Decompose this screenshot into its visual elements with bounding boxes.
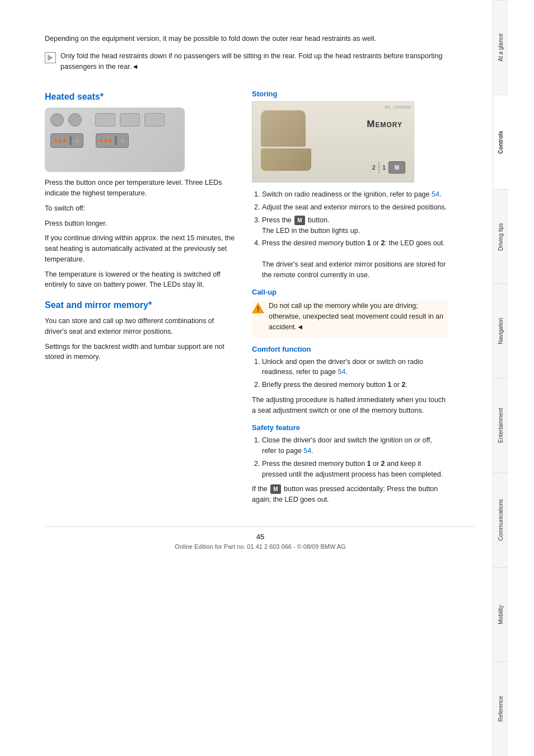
heated-seats-title: Heated seats* <box>45 92 235 102</box>
svg-text:!: ! <box>257 305 259 313</box>
safety-m-button-inline: M <box>270 484 280 494</box>
heated-seats-body3: If you continue driving within approx. t… <box>45 233 235 264</box>
seat-memory-body1: You can store and call up two different … <box>45 316 235 337</box>
footer-text: Online Edition for Part no. 01 41 2 603 … <box>45 543 476 550</box>
sidebar-tab-communications[interactable]: Communications <box>493 473 508 567</box>
sidebar-tab-driving-tips[interactable]: Driving tips <box>493 189 508 284</box>
sidebar-tab-mobility[interactable]: Mobility <box>493 567 508 662</box>
storing-step-1: Switch on radio readiness or the ignitio… <box>262 189 448 200</box>
btn-2-label: 2 <box>381 239 385 247</box>
notice-box: Only fold the head restraints down if no… <box>45 51 476 77</box>
callup-warning-box: ! Do not call up the memory while you ar… <box>252 301 448 337</box>
btn-1-label: 1 <box>367 239 371 247</box>
memory-buttons: 2 1 M <box>372 161 405 174</box>
round-btn-1 <box>50 113 64 127</box>
page-footer: 45 Online Edition for Part no. 01 41 2 6… <box>45 526 476 550</box>
callup-warning-text: Do not call up the memory while you are … <box>269 301 448 332</box>
led-5 <box>104 139 107 142</box>
led-1 <box>54 139 57 142</box>
seat-back-shape <box>261 110 311 172</box>
comfort-btn-2: 2 <box>401 381 405 389</box>
two-column-layout: Heated seats* ♨ <box>45 82 476 510</box>
comfort-function-note: The adjusting procedure is halted immedi… <box>252 395 448 416</box>
storing-steps: Switch on radio readiness or the ignitio… <box>252 189 448 280</box>
storing-step-3: Press the M button.The LED in the button… <box>262 215 448 236</box>
storing-step-3-sub: The LED in the button lights up. <box>262 227 360 235</box>
image-code: BC_0395548 <box>385 105 411 110</box>
heat-level-right: ♨ <box>96 133 129 148</box>
divider <box>378 162 380 173</box>
rect-btn-1 <box>95 113 115 127</box>
play-notice-icon <box>45 52 56 63</box>
safety-feature-steps: Close the driver's door and switch the i… <box>252 435 448 479</box>
round-btn-2 <box>68 113 82 127</box>
panel-bottom-row: ♨ ♨ <box>50 133 179 148</box>
sidebar-tab-controls[interactable]: Controls <box>493 95 508 189</box>
intro-text: Depending on the equipment version, it m… <box>45 34 476 44</box>
sidebar-tab-at-a-glance[interactable]: At a glance <box>493 0 508 95</box>
led-4 <box>100 139 102 142</box>
heated-seats-body2: Press button longer. <box>45 218 235 229</box>
play-icon <box>48 54 53 61</box>
heat-level-left: ♨ <box>50 133 83 148</box>
memory-text-label: Memory <box>367 119 402 130</box>
heated-seats-image: ♨ ♨ <box>45 108 185 172</box>
seat-memory-body2: Settings for the backrest width and lumb… <box>45 342 235 363</box>
safety-feature-title: Safety feature <box>252 423 448 432</box>
comfort-function-title: Comfort function <box>252 345 448 353</box>
safety-step-2: Press the desired memory button 1 or 2 a… <box>262 459 448 480</box>
warning-triangle-icon: ! <box>252 302 264 314</box>
left-column: Heated seats* ♨ <box>45 82 235 510</box>
storing-title: Storing <box>252 90 448 98</box>
storing-step-4-sub: The driver's seat and exterior mirror po… <box>262 260 446 279</box>
comfort-function-steps: Unlock and open the driver's door or swi… <box>252 357 448 390</box>
sidebar-tab-reference[interactable]: Reference <box>493 661 508 756</box>
safety-step-1: Close the driver's door and switch the i… <box>262 435 448 456</box>
rect-btn-3 <box>144 113 165 127</box>
memory-diagram-image: Memory 2 1 M BC_0395548 <box>252 101 414 183</box>
sidebar-tab-navigation[interactable]: Navigation <box>493 283 508 378</box>
heated-seats-to-switch-off: To switch off: <box>45 203 235 214</box>
m-button-image: M <box>388 161 405 174</box>
comfort-btn-1: 1 <box>387 381 391 389</box>
storing-link-1[interactable]: 54 <box>432 190 439 198</box>
main-content: Depending on the equipment version, it m… <box>0 0 493 756</box>
notice-text: Only fold the head restraints down if no… <box>60 51 476 72</box>
sidebar: At a glance Controls Driving tips Naviga… <box>493 0 508 756</box>
comfort-link-1[interactable]: 54 <box>338 368 346 376</box>
right-column: Storing Memory 2 1 M BC_0395548 <box>252 82 448 510</box>
led-6 <box>109 139 111 142</box>
panel-top-row <box>50 113 179 127</box>
rect-btn-2 <box>120 113 140 127</box>
heated-seats-body4: The temperature is lowered or the heatin… <box>45 269 235 291</box>
safety-btn-1: 1 <box>367 460 371 468</box>
safety-feature-note: If the M button was pressed accidentally… <box>252 484 448 505</box>
heated-seats-body1: Press the button once per temperature le… <box>45 178 235 199</box>
safety-btn-2: 2 <box>381 460 385 468</box>
storing-step-4: Press the desired memory button 1 or 2: … <box>262 238 448 280</box>
comfort-step-1: Unlock and open the driver's door or swi… <box>262 357 448 378</box>
callup-title: Call-up <box>252 288 448 296</box>
memory-num-1-label: 1 <box>382 164 386 171</box>
page-number: 45 <box>45 533 476 541</box>
m-button-inline: M <box>294 216 305 225</box>
sidebar-tab-entertainment[interactable]: Entertainment <box>493 378 508 473</box>
safety-link-1[interactable]: 54 <box>303 447 311 455</box>
memory-num-2-label: 2 <box>372 164 376 171</box>
seat-memory-title: Seat and mirror memory* <box>45 300 235 310</box>
storing-step-2: Adjust the seat and exterior mirrors to … <box>262 202 448 213</box>
comfort-step-2: Briefly press the desired memory button … <box>262 380 448 390</box>
led-2 <box>59 139 62 142</box>
led-3 <box>63 139 66 142</box>
